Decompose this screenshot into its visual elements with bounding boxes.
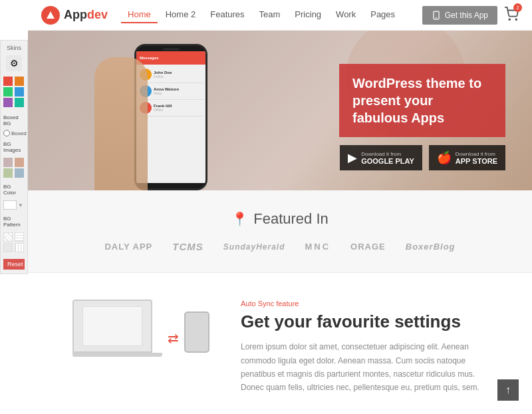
bg-images-label: BG Images	[3, 141, 25, 153]
nav-link-features[interactable]: Features	[203, 7, 251, 23]
boxed-radio-group: Boxed	[3, 130, 25, 136]
color-swatch-purple[interactable]	[3, 98, 13, 107]
hand-illustration	[94, 57, 148, 190]
google-play-text: Download it from GOOGLE PLAY	[361, 151, 414, 165]
logo-orage[interactable]: ORAGE	[350, 242, 386, 252]
feature-title-sync: Get your favourite settings	[241, 311, 492, 332]
nav-link-team[interactable]: Team	[253, 7, 287, 23]
color-swatch-green[interactable]	[3, 87, 13, 97]
app-store-button[interactable]: 🍎 Download it from APP STORE	[429, 145, 505, 170]
navbar: Appdev Home Home 2 Features Team Pricing…	[28, 0, 532, 31]
nav-link-pages[interactable]: Pages	[364, 7, 402, 23]
nav-link-pricing[interactable]: Pricing	[288, 7, 328, 23]
pattern-3[interactable]	[3, 243, 13, 252]
get-app-button[interactable]: Get this App	[422, 6, 497, 25]
hero-store-buttons: ▶ Download it from GOOGLE PLAY 🍎 Downloa…	[340, 145, 505, 170]
pattern-grid	[3, 232, 25, 252]
reset-button[interactable]: Reset	[3, 259, 25, 270]
svg-point-1	[436, 17, 437, 18]
featured-icon: 📍	[231, 211, 248, 227]
boxed-radio[interactable]: Boxed	[3, 130, 25, 136]
google-play-icon: ▶	[348, 150, 357, 165]
mobile-icon	[184, 311, 209, 353]
color-swatches	[3, 77, 25, 107]
featured-section: 📍 Featured In DALY APP TCMS SundayHerald…	[28, 190, 532, 273]
google-play-button[interactable]: ▶ Download it from GOOGLE PLAY	[340, 145, 422, 170]
app-store-text: Download it from APP STORE	[456, 151, 497, 165]
pattern-4[interactable]	[15, 243, 24, 252]
sync-illustration: ⇄	[68, 300, 214, 357]
color-picker-box[interactable]	[3, 200, 17, 210]
boxed-bg-label: Boxed BG	[3, 114, 25, 126]
svg-point-3	[515, 19, 517, 20]
color-swatch-red[interactable]	[3, 77, 13, 86]
nav-link-home[interactable]: Home	[121, 7, 158, 23]
nav-link-work[interactable]: Work	[329, 7, 362, 23]
cart-badge: 2	[513, 3, 522, 12]
featured-title: 📍 Featured In	[41, 210, 519, 228]
logo-icon	[41, 6, 60, 25]
pattern-2[interactable]	[15, 232, 24, 242]
nav-links: Home Home 2 Features Team Pricing Work P…	[121, 7, 422, 23]
laptop-wrap: ⇄	[72, 300, 209, 357]
bg-image-4[interactable]	[15, 168, 24, 178]
apple-icon: 🍎	[437, 150, 452, 165]
logo-text: Appdev	[64, 8, 108, 22]
color-swatch-blue[interactable]	[15, 87, 24, 97]
logo-daly-app[interactable]: DALY APP	[104, 242, 152, 252]
scroll-to-top-button[interactable]: ↑	[497, 379, 519, 401]
feature-tag-sync: Auto Sync feature	[241, 300, 492, 308]
color-swatch-orange[interactable]	[15, 77, 24, 86]
bg-image-2[interactable]	[15, 158, 24, 167]
skins-panel: Skins ⚙ Boxed BG Boxed BG Images BG Colo…	[0, 40, 28, 274]
pattern-1[interactable]	[3, 232, 13, 242]
features-section: ⇄ Auto Sync feature Get your favourite s…	[28, 273, 532, 414]
logo-boxer-blog[interactable]: BoxerBlog	[406, 242, 456, 252]
featured-logos: DALY APP TCMS SundayHerald MNC ORAGE Box…	[41, 241, 519, 252]
logo-sunday-herald[interactable]: SundayHerald	[223, 242, 285, 252]
hero-text-box: WordPress theme to present your fabulous…	[339, 64, 505, 137]
bg-image-1[interactable]	[3, 158, 13, 167]
color-swatch-teal[interactable]	[15, 98, 24, 107]
bg-color-picker: ▼	[3, 200, 25, 210]
bg-images-grid	[3, 158, 25, 178]
logo-mnc[interactable]: MNC	[305, 242, 331, 252]
bg-pattern-label: BG Pattern	[3, 216, 25, 228]
sync-arrows-icon: ⇄	[168, 330, 179, 346]
hero-title: WordPress theme to present your fabulous…	[352, 75, 492, 126]
feature-row-sync: ⇄ Auto Sync feature Get your favourite s…	[68, 300, 492, 395]
nav-actions: Get this App 2	[422, 6, 519, 25]
feature-content-sync: Auto Sync feature Get your favourite set…	[241, 300, 492, 395]
bg-image-3[interactable]	[3, 168, 13, 178]
nav-link-home2[interactable]: Home 2	[159, 7, 203, 23]
logo-tcms[interactable]: TCMS	[172, 241, 203, 252]
feature-desc-sync: Lorem ipsum dolor sit amet, consectetuer…	[241, 340, 492, 395]
skins-label: Skins	[3, 45, 25, 51]
cart-icon[interactable]: 2	[504, 7, 519, 23]
hero-section: Messages John DoeOnline Anna WatsonAway …	[28, 31, 532, 190]
laptop-icon	[72, 300, 162, 357]
gear-button[interactable]: ⚙	[6, 55, 22, 71]
logo[interactable]: Appdev	[41, 6, 108, 25]
svg-point-2	[509, 19, 510, 20]
color-arrow[interactable]: ▼	[18, 202, 23, 208]
bg-color-label: BG Color	[3, 184, 25, 196]
